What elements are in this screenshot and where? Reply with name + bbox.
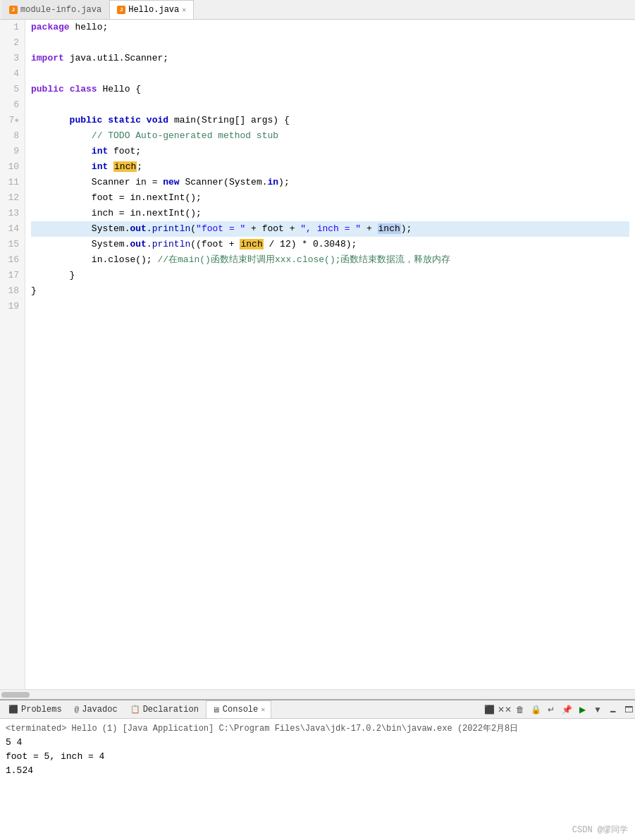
terminated-text: <terminated> Hello (1) [Java Application… — [6, 724, 518, 734]
run-button[interactable]: ▶ — [576, 703, 588, 716]
run-dropdown-button[interactable]: ▼ — [591, 703, 604, 716]
javadoc-icon: @ — [75, 705, 80, 714]
tab-declaration-label: Declaration — [143, 705, 199, 715]
code-line-16: in.close(); //在main()函数结束时调用xxx.close();… — [31, 252, 629, 268]
code-line-9: int foot; — [31, 144, 629, 159]
watermark: CSDN @缪同学 — [572, 824, 628, 836]
tab-hello-label: Hello.java — [128, 5, 179, 15]
tab-hello[interactable]: J Hello.java ✕ — [109, 0, 194, 19]
declaration-icon: 📋 — [130, 705, 140, 714]
code-line-8: // TODO Auto-generated method stub — [31, 128, 629, 144]
tab-javadoc-label: Javadoc — [82, 705, 117, 715]
console-output-line2: 1.524 — [6, 764, 629, 778]
problems-icon: ⬛ — [8, 705, 18, 714]
tab-module-info-label: module-info.java — [20, 5, 101, 15]
tab-module-info[interactable]: J module-info.java — [1, 0, 109, 19]
bottom-panel: ⬛ Problems @ Javadoc 📋 Declaration 🖥 Con… — [0, 699, 635, 840]
code-line-2 — [31, 35, 629, 51]
code-line-14: System.out.println("foot = " + foot + ",… — [31, 221, 629, 237]
console-output-text1: foot = 5, inch = 4 — [6, 751, 104, 762]
panel-tab-bar: ⬛ Problems @ Javadoc 📋 Declaration 🖥 Con… — [0, 700, 635, 719]
horizontal-scrollbar[interactable] — [0, 689, 635, 699]
clear-button[interactable]: 🗑 — [514, 703, 526, 716]
tab-console-label: Console — [223, 705, 258, 715]
tab-javadoc[interactable]: @ Javadoc — [69, 700, 123, 718]
java-icon: J — [9, 6, 18, 14]
code-line-4 — [31, 66, 629, 82]
tab-declaration[interactable]: 📋 Declaration — [125, 700, 204, 718]
maximize-button[interactable]: 🗖 — [622, 703, 635, 716]
tab-console[interactable]: 🖥 Console ✕ — [206, 700, 271, 718]
tab-bar: J module-info.java J Hello.java ✕ — [0, 0, 635, 20]
code-line-7: public static void main(String[] args) { — [31, 113, 629, 128]
console-icon: 🖥 — [212, 705, 220, 715]
code-line-13: inch = in.nextInt(); — [31, 206, 629, 221]
console-output-line1: foot = 5, inch = 4 — [6, 750, 629, 764]
code-line-18: } — [31, 283, 629, 299]
editor-content: 1 2 3 4 5 6 7● 8 9 10 11 12 13 14 15 16 … — [0, 20, 635, 689]
code-line-19 — [31, 299, 629, 314]
tab-problems-label: Problems — [21, 705, 62, 715]
scrollbar-thumb[interactable] — [1, 692, 30, 698]
console-output: <terminated> Hello (1) [Java Application… — [0, 719, 635, 840]
word-wrap-button[interactable]: ↵ — [545, 703, 557, 716]
java-icon-2: J — [117, 6, 125, 14]
scroll-lock-button[interactable]: 🔒 — [529, 703, 542, 716]
minimize-button[interactable]: 🗕 — [607, 703, 619, 716]
code-line-3: import java.util.Scanner; — [31, 51, 629, 66]
code-line-12: foot = in.nextInt(); — [31, 190, 629, 206]
code-line-6 — [31, 97, 629, 113]
remove-terminated-button[interactable]: ✕✕ — [498, 703, 511, 716]
code-line-10: int inch; — [31, 159, 629, 175]
console-input-text: 5 4 — [6, 737, 22, 748]
editor: 1 2 3 4 5 6 7● 8 9 10 11 12 13 14 15 16 … — [0, 20, 635, 699]
pin-button[interactable]: 📌 — [560, 703, 573, 716]
console-output-text2: 1.524 — [6, 765, 33, 776]
code-area[interactable]: package hello; import java.util.Scanner;… — [25, 20, 635, 689]
line-numbers: 1 2 3 4 5 6 7● 8 9 10 11 12 13 14 15 16 … — [0, 20, 25, 689]
code-line-11: Scanner in = new Scanner(System.in); — [31, 175, 629, 190]
console-close-icon[interactable]: ✕ — [261, 705, 265, 714]
tab-close-icon[interactable]: ✕ — [182, 6, 186, 14]
console-input-line: 5 4 — [6, 736, 629, 750]
console-terminated-line: <terminated> Hello (1) [Java Application… — [6, 722, 629, 736]
code-line-15: System.out.println((foot + inch / 12) * … — [31, 237, 629, 252]
stop-button[interactable]: ⬛ — [483, 703, 495, 716]
code-line-17: } — [31, 268, 629, 283]
code-line-5: public class Hello { — [31, 82, 629, 97]
panel-toolbar-icons: ⬛ ✕✕ 🗑 🔒 ↵ 📌 ▶ ▼ 🗕 🗖 — [483, 703, 635, 716]
code-line-1: package hello; — [31, 20, 629, 35]
tab-problems[interactable]: ⬛ Problems — [3, 700, 68, 718]
